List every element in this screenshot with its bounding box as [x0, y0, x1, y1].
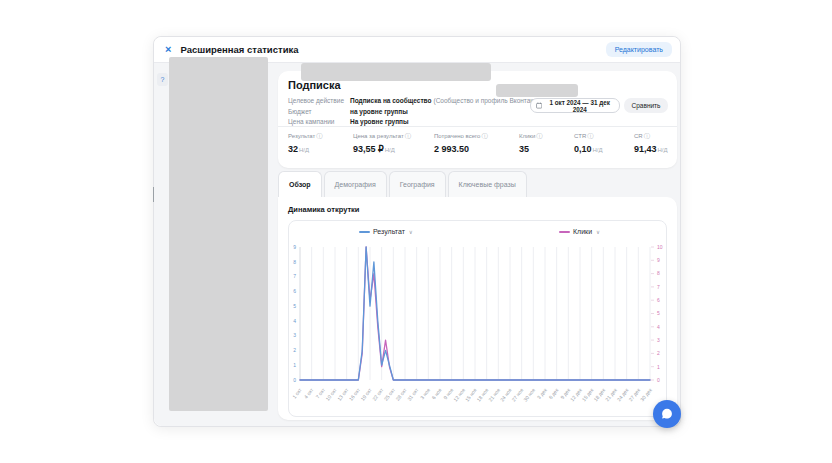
- svg-text:2: 2: [293, 347, 296, 353]
- tab-overview[interactable]: Обзор: [278, 171, 322, 197]
- chart-title: Динамика открутки: [288, 205, 667, 214]
- close-icon[interactable]: ×: [165, 44, 171, 55]
- stat-label: Потрачено всего: [434, 133, 480, 139]
- stat-note: Н/Д: [299, 147, 309, 153]
- chart-legend: Результат ∨ Клики ∨: [289, 221, 666, 241]
- legend-clicks-selector[interactable]: Клики ∨: [559, 228, 600, 235]
- svg-text:3 дек: 3 дек: [536, 386, 549, 400]
- info-icon[interactable]: ⓘ: [536, 133, 542, 139]
- help-icon: ?: [161, 76, 165, 83]
- stat-total-spent: Потрачено всегоⓘ 2 993.50: [434, 132, 519, 154]
- svg-text:7: 7: [293, 273, 296, 279]
- stat-ctr: CTRⓘ 0,10Н/Д: [574, 132, 634, 154]
- svg-text:8: 8: [657, 270, 660, 276]
- svg-text:2: 2: [657, 350, 660, 356]
- legend-swatch-clicks: [559, 231, 570, 233]
- campaign-summary-card: Подписка Целевое действие Подписка на со…: [278, 71, 677, 168]
- svg-text:30 дек: 30 дек: [639, 386, 653, 402]
- stat-label: Результат: [288, 133, 315, 139]
- svg-text:3 ноя: 3 ноя: [419, 387, 432, 401]
- meta-value: Подписка на сообщество: [350, 97, 432, 104]
- svg-text:1: 1: [657, 364, 660, 370]
- stat-label: CR: [634, 133, 643, 139]
- svg-text:30 ноя: 30 ноя: [522, 387, 536, 403]
- meta-value-note: (Сообщество и профиль Вконтакте): [434, 97, 542, 104]
- stat-label: CTR: [574, 133, 586, 139]
- chat-bubble-icon: [660, 407, 674, 421]
- meta-value: на уровне группы: [350, 107, 408, 118]
- calendar-icon: [536, 102, 542, 109]
- info-icon[interactable]: ⓘ: [405, 133, 411, 139]
- svg-text:7: 7: [657, 284, 660, 290]
- chevron-down-icon: ∨: [409, 229, 413, 235]
- date-range-label: 1 окт 2024 — 31 дек 2024: [545, 99, 614, 113]
- info-icon[interactable]: ⓘ: [644, 133, 650, 139]
- tab-demography[interactable]: Демография: [324, 171, 387, 197]
- svg-text:3: 3: [293, 332, 296, 338]
- svg-text:9: 9: [657, 257, 660, 263]
- stat-note: Н/Д: [658, 147, 668, 153]
- stat-value: 0,10Н/Д: [574, 144, 634, 154]
- svg-text:3: 3: [657, 337, 660, 343]
- stat-label: Клики: [519, 133, 535, 139]
- svg-text:0: 0: [657, 377, 660, 383]
- stat-value: 32Н/Д: [288, 144, 353, 154]
- redacted-text-block: [496, 84, 578, 97]
- svg-text:6 дек: 6 дек: [547, 386, 560, 400]
- svg-text:4: 4: [293, 318, 296, 324]
- legend-result-selector[interactable]: Результат ∨: [359, 228, 413, 235]
- stat-label: Цена за результат: [353, 133, 404, 139]
- svg-text:4 окт: 4 окт: [303, 386, 315, 399]
- edit-button[interactable]: Редактировать: [606, 42, 672, 57]
- svg-text:0: 0: [293, 377, 296, 383]
- svg-text:5: 5: [657, 310, 660, 316]
- svg-text:9: 9: [293, 244, 296, 250]
- svg-text:8: 8: [293, 259, 296, 265]
- stat-value: 35: [519, 144, 574, 154]
- info-icon[interactable]: ⓘ: [316, 133, 322, 139]
- chevron-down-icon: ∨: [596, 229, 600, 235]
- date-range-picker[interactable]: 1 окт 2024 — 31 дек 2024: [530, 98, 620, 113]
- svg-text:6 ноя: 6 ноя: [430, 387, 443, 401]
- svg-text:6: 6: [293, 288, 296, 294]
- overview-tab-panel: Динамика открутки Результат ∨ Клики ∨ 1 …: [278, 197, 677, 420]
- dynamics-plot: 1 окт4 окт7 окт10 окт13 окт16 окт19 окт2…: [289, 241, 666, 413]
- svg-text:1: 1: [293, 362, 296, 368]
- svg-text:10: 10: [657, 244, 663, 250]
- dynamics-chart-card: Результат ∨ Клики ∨ 1 окт4 окт7 окт10 ок…: [288, 220, 667, 417]
- svg-text:5: 5: [293, 303, 296, 309]
- info-icon[interactable]: ⓘ: [481, 133, 487, 139]
- meta-label: Бюджет: [288, 107, 350, 118]
- svg-text:31 окт: 31 окт: [406, 386, 420, 401]
- legend-label: Результат: [373, 228, 405, 235]
- legend-label: Клики: [573, 228, 592, 235]
- stat-value: 93,55 ₽Н/Д: [353, 144, 434, 154]
- compare-button[interactable]: Сравнить: [624, 98, 668, 113]
- info-icon[interactable]: ⓘ: [587, 133, 593, 139]
- stat-note: Н/Д: [593, 147, 603, 153]
- stat-value: 2 993.50: [434, 144, 519, 154]
- stat-note: Н/Д: [385, 147, 395, 153]
- svg-text:6: 6: [657, 297, 660, 303]
- extended-statistics-modal: × Расширенная статистика Редактировать ?…: [153, 36, 681, 427]
- redacted-text-block: [301, 63, 491, 81]
- redacted-sidebar-block: [169, 57, 268, 411]
- support-chat-button[interactable]: [653, 400, 681, 428]
- stat-cr: CRⓘ 91,43Н/Д: [634, 132, 671, 154]
- svg-text:1 окт: 1 окт: [291, 386, 303, 399]
- svg-text:4: 4: [657, 324, 660, 330]
- panel-icon-button[interactable]: ?: [157, 73, 168, 86]
- legend-swatch-result: [359, 231, 370, 233]
- stats-row: Результатⓘ 32Н/Д Цена за результатⓘ 93,5…: [288, 132, 671, 154]
- stat-cost-per-result: Цена за результатⓘ 93,55 ₽Н/Д: [353, 132, 434, 154]
- stat-clicks: Кликиⓘ 35: [519, 132, 574, 154]
- stat-result: Результатⓘ 32Н/Д: [288, 132, 353, 154]
- stats-tabs: Обзор Демография География Ключевые фраз…: [278, 171, 527, 197]
- tab-geography[interactable]: География: [389, 171, 446, 197]
- tab-key-phrases[interactable]: Ключевые фразы: [448, 171, 527, 197]
- stat-value: 91,43Н/Д: [634, 144, 671, 154]
- page-title: Расширенная статистика: [180, 44, 298, 55]
- divider: [278, 126, 677, 127]
- meta-label: Целевое действие: [288, 96, 350, 107]
